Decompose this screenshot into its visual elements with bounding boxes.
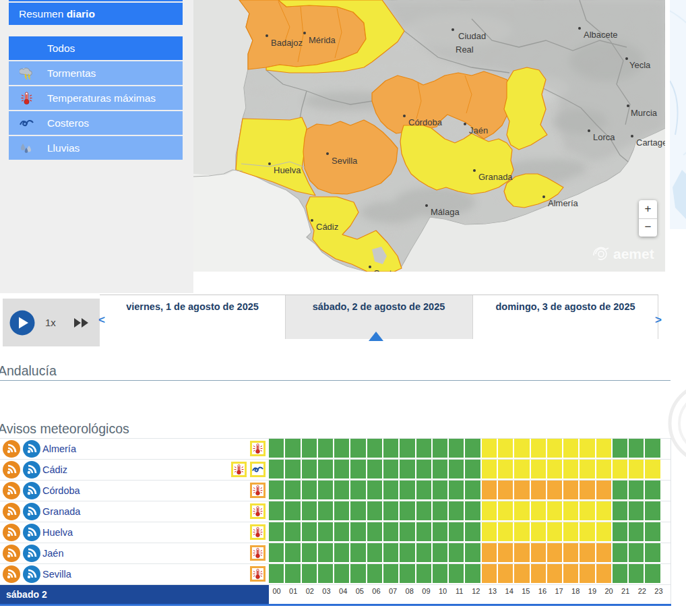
svg-text:Sevilla: Sevilla — [332, 156, 358, 166]
svg-text:Mérida: Mérida — [309, 35, 336, 45]
svg-text:Málaga: Málaga — [431, 207, 460, 217]
svg-text:Real: Real — [456, 44, 474, 55]
svg-text:Cartagena: Cartagena — [636, 137, 665, 148]
svg-text:Granada: Granada — [478, 172, 513, 182]
svg-text:Lorca: Lorca — [593, 132, 615, 142]
svg-text:Córdoba: Córdoba — [408, 117, 443, 127]
svg-text:Albacete: Albacete — [584, 30, 618, 40]
svg-text:Almería: Almería — [548, 198, 579, 208]
svg-text:Ciudad: Ciudad — [458, 31, 486, 41]
svg-text:Yecla: Yecla — [629, 60, 651, 70]
svg-text:Murcia: Murcia — [631, 108, 658, 118]
svg-text:Huelva: Huelva — [274, 165, 301, 175]
svg-text:Ceuta: Ceuta — [373, 268, 397, 272]
svg-text:Cádiz: Cádiz — [316, 222, 338, 232]
svg-text:Jaén: Jaén — [469, 125, 488, 135]
svg-text:Badajoz: Badajoz — [271, 38, 303, 48]
